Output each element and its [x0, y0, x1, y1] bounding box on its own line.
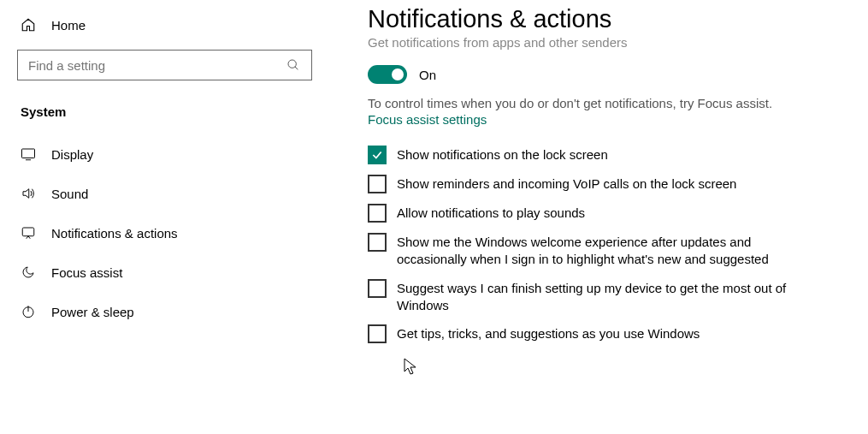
svg-line-1 [295, 67, 298, 69]
page-title: Notifications & actions [368, 5, 842, 33]
checkbox-row-welcome: Show me the Windows welcome experience a… [368, 233, 821, 269]
search-icon [286, 57, 301, 73]
sidebar-item-label: Focus assist [51, 265, 122, 280]
checkbox-row-setup: Suggest ways I can finish setting up my … [368, 279, 821, 315]
sidebar-item-focus[interactable]: Focus assist [17, 253, 299, 292]
checkbox-label: Show me the Windows welcome experience a… [397, 233, 821, 269]
notifications-subtext: Get notifications from apps and other se… [368, 35, 842, 50]
checkbox-label: Show reminders and incoming VoIP calls o… [397, 175, 736, 193]
sidebar-item-notifications[interactable]: Notifications & actions [17, 213, 299, 253]
checkbox-label: Show notifications on the lock screen [397, 146, 608, 163]
notifications-toggle[interactable] [368, 65, 407, 84]
sidebar-item-label: Notifications & actions [51, 226, 178, 241]
home-button[interactable]: Home [17, 9, 299, 41]
home-label: Home [51, 18, 86, 33]
focus-icon [21, 265, 36, 280]
power-icon [21, 304, 36, 319]
sidebar-item-label: Display [51, 147, 93, 162]
checkbox-welcome[interactable] [368, 233, 387, 252]
sidebar-item-label: Power & sleep [51, 305, 134, 319]
checkbox-label: Allow notifications to play sounds [397, 204, 585, 222]
sidebar-item-label: Sound [51, 187, 88, 201]
sidebar-item-power[interactable]: Power & sleep [17, 292, 299, 331]
main-content: Notifications & actions Get notification… [316, 0, 868, 434]
home-icon [21, 17, 36, 33]
checkbox-row-sounds: Allow notifications to play sounds [368, 204, 821, 223]
search-field[interactable] [28, 58, 285, 73]
checkbox-voip[interactable] [368, 175, 387, 193]
checkbox-row-lockscreen: Show notifications on the lock screen [368, 146, 821, 164]
svg-point-0 [288, 60, 296, 68]
toggle-row-notifications: On [368, 65, 842, 84]
checkbox-row-tips: Get tips, tricks, and suggestions as you… [368, 324, 821, 343]
focus-hint-text: To control times when you do or don't ge… [368, 96, 842, 110]
display-icon [21, 146, 36, 162]
toggle-knob [392, 68, 404, 80]
focus-assist-link[interactable]: Focus assist settings [368, 112, 842, 127]
sidebar-item-display[interactable]: Display [17, 134, 299, 174]
sidebar-section-system: System [17, 104, 299, 119]
checkbox-sounds[interactable] [368, 204, 387, 223]
checkbox-list: Show notifications on the lock screen Sh… [368, 146, 842, 343]
checkbox-row-voip: Show reminders and incoming VoIP calls o… [368, 175, 821, 193]
notifications-icon [21, 225, 36, 241]
checkbox-lockscreen[interactable] [368, 146, 387, 164]
sidebar-item-sound[interactable]: Sound [17, 174, 299, 213]
toggle-state-label: On [419, 68, 436, 82]
svg-rect-2 [22, 149, 35, 158]
sound-icon [21, 186, 36, 201]
checkbox-setup[interactable] [368, 279, 387, 298]
checkbox-tips[interactable] [368, 324, 387, 343]
svg-rect-4 [22, 228, 34, 236]
checkbox-label: Suggest ways I can finish setting up my … [397, 279, 821, 315]
search-input[interactable] [17, 50, 312, 80]
checkbox-label: Get tips, tricks, and suggestions as you… [397, 324, 700, 342]
sidebar: Home System Display Sound Notifications … [0, 0, 316, 434]
